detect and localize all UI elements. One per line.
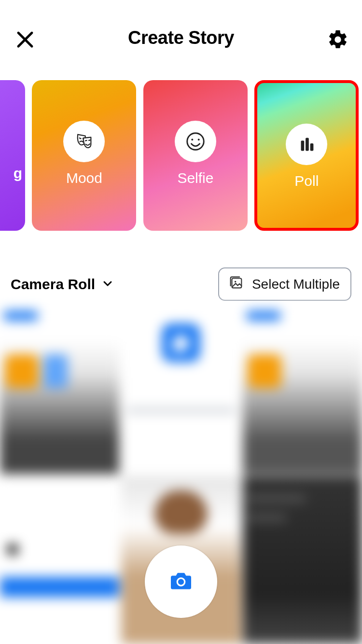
story-card-label: Poll — [257, 173, 356, 189]
story-type-carousel[interactable]: g Mood Selfie — [0, 80, 362, 231]
close-button[interactable] — [14, 29, 37, 52]
poll-bars-icon — [286, 124, 327, 165]
svg-point-11 — [178, 579, 184, 585]
camera-capture-button[interactable] — [145, 546, 217, 618]
gallery-thumb[interactable] — [0, 476, 119, 644]
story-card-label: Mood — [32, 170, 136, 186]
svg-point-9 — [235, 281, 237, 283]
gallery-thumb[interactable] — [243, 306, 362, 474]
select-multiple-label: Select Multiple — [252, 277, 340, 292]
svg-point-4 — [198, 139, 200, 140]
story-card-poll[interactable]: Poll — [254, 80, 359, 231]
close-icon — [15, 29, 35, 52]
header-bar: Create Story — [0, 0, 362, 63]
story-card-label-partial: g — [14, 165, 22, 182]
select-multiple-button[interactable]: Select Multiple — [218, 267, 351, 301]
gallery-thumb[interactable] — [121, 306, 240, 474]
story-card-label: Selfie — [143, 170, 248, 186]
gear-icon — [327, 28, 349, 53]
story-card-mood[interactable]: Mood — [32, 80, 136, 231]
svg-rect-7 — [310, 143, 314, 151]
svg-point-3 — [191, 139, 193, 140]
gallery-thumb[interactable] — [243, 476, 362, 644]
gallery-thumb[interactable] — [0, 306, 119, 474]
page-title: Create Story — [128, 28, 234, 48]
svg-point-2 — [187, 133, 204, 150]
svg-rect-5 — [301, 140, 305, 151]
media-source-dropdown[interactable]: Camera Roll — [11, 276, 113, 293]
story-card-previous-partial[interactable]: g — [0, 80, 25, 231]
camera-icon — [167, 567, 195, 596]
smiley-icon — [175, 121, 216, 162]
chevron-down-icon — [102, 276, 113, 293]
masks-icon — [63, 121, 105, 162]
media-source-row: Camera Roll Select Multiple — [0, 267, 362, 301]
media-source-label: Camera Roll — [11, 276, 95, 293]
svg-rect-6 — [306, 138, 309, 151]
story-card-selfie[interactable]: Selfie — [143, 80, 248, 231]
gallery-icon — [228, 274, 244, 294]
settings-button[interactable] — [325, 28, 350, 53]
